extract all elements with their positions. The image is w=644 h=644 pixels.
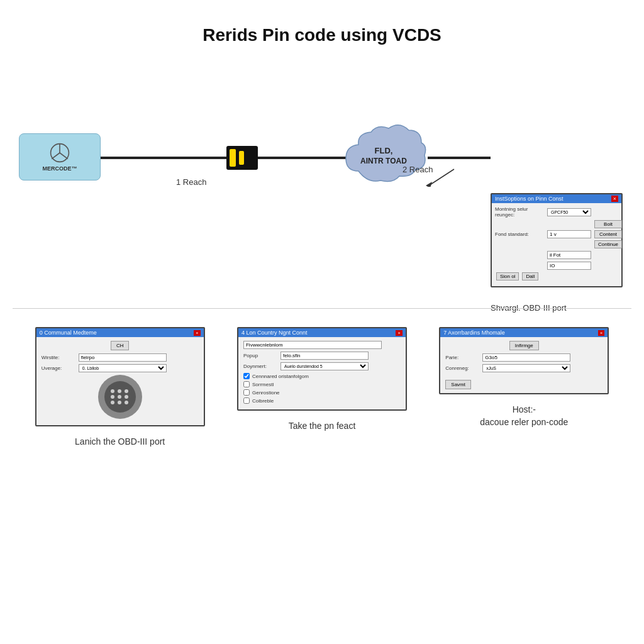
vcds-row4-input[interactable] bbox=[547, 262, 591, 270]
window-3-caption: Host:- dacoue reler pon-code bbox=[480, 404, 568, 428]
window-1-caption: Lanich the OBD-III port bbox=[75, 436, 165, 448]
vcds-buttons: Bolt Content Continue bbox=[593, 220, 622, 248]
vcds-row-4 bbox=[495, 262, 618, 270]
window-2-check3-row: Genrostione bbox=[243, 389, 401, 396]
window-3-title: 7 Axorrbardins Mhomale × bbox=[440, 328, 608, 337]
window-2-caption: Take the pn feact bbox=[289, 420, 356, 433]
window-1-title-text: 0 Communal Medteme bbox=[40, 330, 97, 336]
window-2-check4-row: Colbreble bbox=[243, 397, 401, 404]
svg-line-4 bbox=[429, 169, 454, 186]
window-3: 7 Axorrbardins Mhomale × Infirmge Parie:… bbox=[439, 327, 609, 394]
window-2-field1 bbox=[243, 341, 401, 349]
vcds-row2-input[interactable] bbox=[547, 230, 591, 238]
bottom-item-2: 4 Lon Country Ngnt Connt × Popup Doynmer… bbox=[231, 327, 413, 448]
window-2-check4-label: Colbreble bbox=[252, 398, 274, 404]
window-2-input1[interactable] bbox=[243, 341, 382, 349]
window-2-check1-row: Cennnared oristanfolgom bbox=[243, 373, 401, 379]
vcds-dialog-title: InstSoptions on Pinn Const × bbox=[492, 194, 621, 203]
window-3-row-1: Parie: bbox=[445, 353, 602, 362]
window-3-btn-infirmge[interactable]: Infirmge bbox=[509, 341, 539, 350]
window-1-row1-input[interactable] bbox=[79, 353, 167, 362]
vcds-close-btn[interactable]: × bbox=[611, 196, 618, 202]
window-2-close[interactable]: × bbox=[396, 330, 402, 336]
vcds-row-2: Fond standard: Bolt Content Continue bbox=[495, 220, 618, 248]
window-1-row-1: Wirstite: bbox=[42, 353, 199, 362]
window-2-check2-label: Sorrmestl bbox=[252, 382, 274, 387]
section-divider bbox=[13, 308, 631, 309]
window-2-check3-label: Genrostione bbox=[252, 390, 280, 396]
svg-line-2 bbox=[52, 153, 60, 159]
window-3-body: Infirmge Parie: Conreneg: xJuS Savmt bbox=[440, 337, 608, 393]
svg-marker-5 bbox=[426, 182, 432, 187]
window-3-row-2: Conreneg: xJuS bbox=[445, 364, 602, 372]
window-3-row1-label: Parie: bbox=[445, 355, 480, 360]
window-2-popup-input[interactable] bbox=[280, 352, 369, 360]
window-2-check2-row: Sorrmestl bbox=[243, 381, 401, 387]
window-2-check1[interactable] bbox=[243, 373, 250, 379]
window-2-check4[interactable] bbox=[243, 397, 250, 404]
vcds-title-text: InstSoptions on Pinn Const bbox=[495, 196, 564, 202]
window-2-popup-row: Popup bbox=[243, 352, 401, 360]
vcds-btn-bolt[interactable]: Bolt bbox=[594, 220, 622, 228]
vcds-dialog-body: Montning selur reungec: GPCF50 Fond stan… bbox=[492, 203, 621, 286]
vcds-btn-sion[interactable]: Sion ol bbox=[496, 272, 519, 280]
step-1-label: 1 Reach bbox=[176, 177, 206, 187]
vcds-btn-content[interactable]: Content bbox=[594, 230, 622, 238]
vcds-row-5: Sion ol Dall bbox=[495, 272, 618, 280]
bottom-section: 0 Communal Medteme × CH Wirstite: Uverag… bbox=[0, 327, 644, 448]
cloud-shape: FLD, AINTR TOAD bbox=[340, 121, 428, 190]
window-2-check3[interactable] bbox=[243, 389, 250, 396]
window-2-dept-label: Doynmert: bbox=[243, 364, 278, 369]
connector-pins bbox=[111, 389, 130, 404]
mercode-device: MERCODE™ bbox=[19, 133, 101, 180]
connector-image bbox=[98, 375, 142, 419]
svg-line-3 bbox=[60, 153, 68, 159]
window-3-row2-label: Conreneg: bbox=[445, 365, 480, 371]
window-1: 0 Communal Medteme × CH Wirstite: Uverag… bbox=[35, 327, 205, 426]
window-2-title-text: 4 Lon Country Ngnt Connt bbox=[242, 330, 308, 336]
bottom-item-1: 0 Communal Medteme × CH Wirstite: Uverag… bbox=[29, 327, 211, 448]
window-1-btn-ch[interactable]: CH bbox=[111, 341, 130, 350]
vcds-row-3 bbox=[495, 251, 618, 259]
vcds-row2-label: Fond standard: bbox=[495, 231, 545, 237]
window-3-save-btn[interactable]: Savmt bbox=[445, 380, 471, 389]
vcds-row1-label: Montning selur reungec: bbox=[495, 206, 545, 218]
cable-line-3 bbox=[428, 157, 491, 159]
window-1-row1-label: Wirstite: bbox=[42, 355, 76, 360]
vcds-row1-select[interactable]: GPCF50 bbox=[547, 208, 591, 216]
window-2-title: 4 Lon Country Ngnt Connt × bbox=[238, 328, 406, 337]
vcds-btn-continue[interactable]: Continue bbox=[594, 240, 622, 248]
cloud-text-line2: AINTR TOAD bbox=[360, 157, 407, 165]
cloud-text-line1: FLD, bbox=[375, 146, 393, 155]
vcds-row-1: Montning selur reungec: GPCF50 bbox=[495, 206, 618, 218]
connector-inner bbox=[104, 381, 136, 413]
vcds-btn-dall[interactable]: Dall bbox=[522, 272, 538, 280]
window-2-dept-row: Doynmert: Auelo durstendod 5 bbox=[243, 362, 401, 370]
diagram-section: MERCODE™ 1 Reach FLD, AINTR TOAD 2 Reach… bbox=[0, 58, 644, 322]
window-2-dept-select[interactable]: Auelo durstendod 5 bbox=[280, 362, 369, 370]
mercedes-logo bbox=[50, 143, 70, 163]
window-3-row2-select[interactable]: xJuS bbox=[482, 364, 570, 372]
window-1-row2-label: Uverage: bbox=[42, 365, 76, 371]
vcds-row3-input[interactable] bbox=[547, 251, 591, 259]
window-1-close[interactable]: × bbox=[194, 330, 201, 336]
cable-connector bbox=[226, 146, 258, 170]
page-title: Rerids Pin code using VCDS bbox=[0, 0, 644, 45]
vcds-dialog: InstSoptions on Pinn Const × Montning se… bbox=[491, 193, 623, 287]
window-2-check2[interactable] bbox=[243, 381, 250, 387]
window-2-popup-label: Popup bbox=[243, 353, 278, 358]
cable-line-2 bbox=[258, 157, 346, 159]
window-3-row1-input[interactable] bbox=[482, 353, 570, 362]
arrow-2 bbox=[423, 168, 460, 187]
window-3-close[interactable]: × bbox=[598, 330, 605, 336]
window-2-body: Popup Doynmert: Auelo durstendod 5 Cennn… bbox=[238, 337, 406, 409]
window-2-check1-label: Cennnared oristanfolgom bbox=[252, 374, 309, 379]
window-1-body: CH Wirstite: Uverage: 0. Lbllob bbox=[36, 337, 204, 425]
window-3-title-text: 7 Axorrbardins Mhomale bbox=[443, 330, 505, 336]
bottom-item-3: 7 Axorrbardins Mhomale × Infirmge Parie:… bbox=[433, 327, 615, 448]
window-1-row-2: Uverage: 0. Lbllob bbox=[42, 364, 199, 372]
window-1-title: 0 Communal Medteme × bbox=[36, 328, 204, 337]
window-1-row2-select[interactable]: 0. Lbllob bbox=[79, 364, 167, 372]
window-2: 4 Lon Country Ngnt Connt × Popup Doynmer… bbox=[237, 327, 407, 411]
mercode-label: MERCODE™ bbox=[42, 165, 77, 172]
